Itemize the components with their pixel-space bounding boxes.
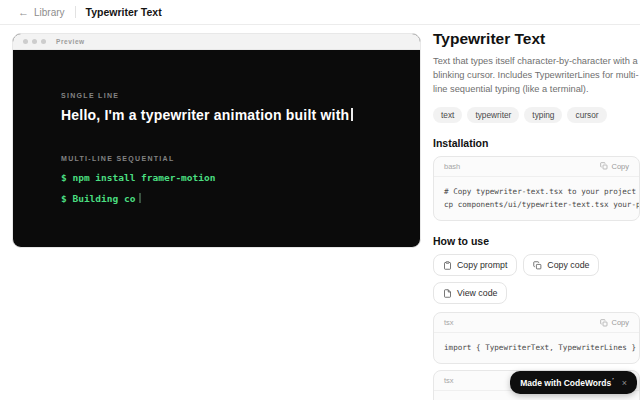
component-title: Typewriter Text — [433, 30, 640, 48]
tag-typing: typing — [524, 107, 562, 123]
file-icon — [443, 289, 452, 298]
preview-body: SINGLE LINE Hello, I'm a typewriter anim… — [13, 50, 420, 204]
app-window: ← Library Typewriter Text Preview SINGLE… — [0, 0, 640, 400]
back-button[interactable]: ← Library — [18, 7, 65, 18]
preview-card: Preview SINGLE LINE Hello, I'm a typewri… — [12, 33, 421, 248]
window-dot-icon — [32, 39, 37, 44]
topbar: ← Library Typewriter Text — [0, 0, 640, 25]
tag-cursor: cursor — [567, 107, 606, 123]
window-dot-icon — [41, 39, 46, 44]
terminal-cursor — [139, 193, 141, 203]
terminal-line-value: $ Building co — [61, 193, 135, 204]
view-code-button[interactable]: View code — [433, 282, 507, 304]
copy-code-label: Copy code — [547, 260, 589, 270]
component-description: Text that types itself character-by-char… — [433, 55, 640, 97]
typewriter-cursor — [351, 108, 353, 121]
clipboard-icon — [443, 261, 452, 270]
code-block-body: import { TypewriterText, TypewriterLines… — [434, 333, 639, 363]
typewriter-demo-text-value: Hello, I'm a typewriter animation built … — [61, 107, 349, 123]
how-to-use-heading: How to use — [433, 235, 640, 247]
copy-prompt-label: Copy prompt — [457, 260, 507, 270]
codewords-mark: ′ — [612, 377, 613, 383]
copy-icon — [600, 319, 608, 327]
code-line: # Copy typewriter-text.tsx to your proje… — [444, 185, 629, 199]
back-arrow-icon: ← — [18, 7, 29, 18]
toast-close-icon[interactable]: × — [622, 378, 627, 388]
terminal-line: $ npm install framer-motion — [61, 172, 372, 183]
copy-button[interactable]: Copy — [600, 162, 629, 171]
copy-label: Copy — [611, 162, 629, 171]
topbar-divider — [75, 6, 76, 18]
preview-header: Preview — [13, 34, 420, 50]
toast-text: Made with CodeWords′ — [520, 377, 613, 388]
toast-text-value: Made with CodeWords — [520, 378, 611, 388]
code-lang-label: tsx — [444, 318, 454, 327]
action-buttons: Copy prompt Copy code View code — [433, 254, 640, 304]
page-title: Typewriter Text — [86, 6, 162, 18]
tag-typewriter: typewriter — [467, 107, 519, 123]
copy-prompt-button[interactable]: Copy prompt — [433, 254, 517, 276]
install-code-block: bash Copy # Copy typewriter-text.tsx to … — [433, 156, 640, 221]
code-lang-label: bash — [444, 162, 460, 171]
tag-text: text — [433, 107, 462, 123]
code-line: import { TypewriterText, TypewriterLines… — [444, 341, 629, 355]
tag-list: text typewriter typing cursor — [433, 107, 640, 123]
view-code-label: View code — [457, 288, 497, 298]
window-dot-icon — [23, 39, 28, 44]
code-block-body: # Copy typewriter-text.tsx to your proje… — [434, 177, 639, 220]
code-lang-label: tsx — [444, 376, 454, 385]
code-block-header: tsx Copy — [434, 313, 639, 333]
copy-icon — [533, 261, 542, 270]
copy-button[interactable]: Copy — [600, 318, 629, 327]
terminal-line: $ Building co — [61, 193, 372, 204]
code-line: cp components/ui/typewriter-text.tsx you… — [444, 198, 629, 212]
copy-label: Copy — [611, 318, 629, 327]
code-block-header: bash Copy — [434, 157, 639, 177]
installation-heading: Installation — [433, 137, 640, 149]
made-with-codewords-toast: Made with CodeWords′ × — [510, 371, 637, 394]
copy-icon — [600, 162, 608, 170]
typewriter-demo-text: Hello, I'm a typewriter animation built … — [61, 107, 372, 123]
single-line-label: SINGLE LINE — [61, 92, 372, 99]
preview-label: Preview — [56, 38, 85, 45]
back-label: Library — [34, 7, 65, 18]
details-panel: Typewriter Text Text that types itself c… — [433, 30, 640, 400]
copy-code-button[interactable]: Copy code — [523, 254, 599, 276]
multi-line-label: MULTI-LINE SEQUENTIAL — [61, 155, 372, 162]
import-code-block: tsx Copy import { TypewriterText, Typewr… — [433, 312, 640, 364]
